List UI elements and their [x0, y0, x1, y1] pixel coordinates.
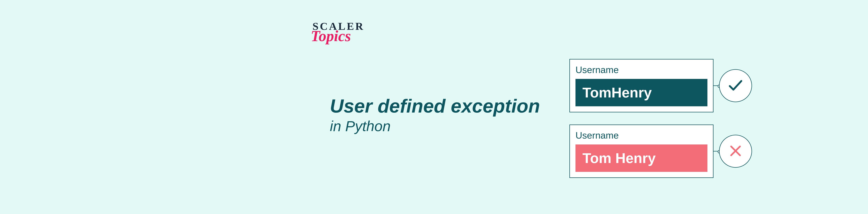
field-label: Username	[576, 64, 707, 75]
page-title: User defined exception in Python	[330, 95, 540, 135]
check-icon	[727, 77, 744, 95]
illustration: Username TomHenry Username Tom Henry	[569, 59, 713, 178]
scaler-topics-logo: SCALER Topics	[312, 21, 365, 44]
username-input-invalid: Tom Henry	[576, 144, 707, 172]
username-field-invalid: Username Tom Henry	[569, 124, 713, 178]
username-field-valid: Username TomHenry	[569, 59, 713, 112]
heading-sub: in Python	[330, 118, 540, 135]
cross-icon	[728, 143, 743, 159]
connector-line	[713, 85, 720, 86]
status-invalid-circle	[719, 135, 752, 168]
heading-main: User defined exception	[330, 95, 540, 116]
connector-line	[713, 151, 720, 151]
username-input-valid: TomHenry	[576, 79, 707, 106]
status-valid-circle	[719, 69, 752, 102]
field-label: Username	[576, 130, 707, 141]
